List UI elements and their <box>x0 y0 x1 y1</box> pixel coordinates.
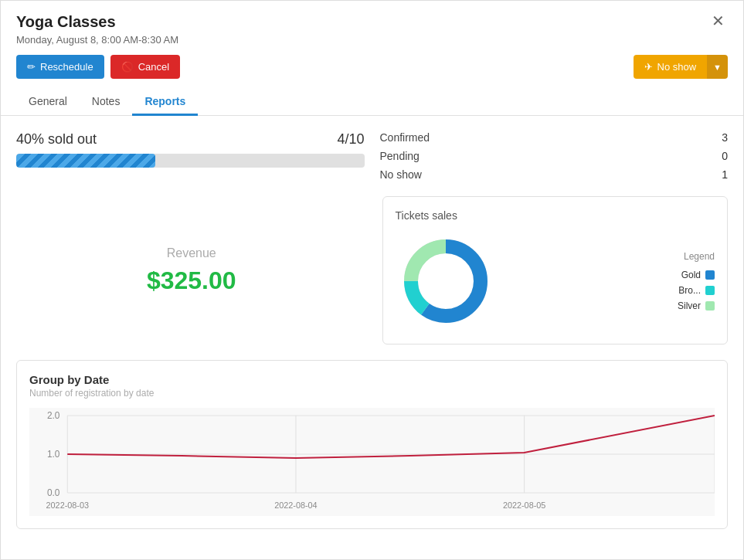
revenue-label: Revenue <box>167 246 216 260</box>
legend-item-silver: Silver <box>678 300 715 311</box>
pending-label: Pending <box>380 150 420 162</box>
line-chart-container: 2.0 1.0 0.0 2022-08-03 2022-08-04 2022-0… <box>29 408 715 516</box>
stat-noshow: No show 1 <box>380 168 729 181</box>
cancel-label: Cancel <box>138 61 169 73</box>
legend-label-bro: Bro... <box>678 285 701 296</box>
noshow-caret-button[interactable]: ▼ <box>707 55 728 79</box>
middle-row: Revenue $325.00 Tickets sales <box>16 196 728 344</box>
tabs: General Notes Reports <box>16 88 728 115</box>
line-chart-svg: 2.0 1.0 0.0 2022-08-03 2022-08-04 2022-0… <box>29 408 715 516</box>
right-stats: Confirmed 3 Pending 0 No show 1 <box>380 131 729 181</box>
svg-rect-4 <box>29 408 715 516</box>
stat-pending: Pending 0 <box>380 150 729 162</box>
close-button[interactable]: ✕ <box>708 13 728 29</box>
noshow-icon: ✈ <box>644 61 653 73</box>
tab-general[interactable]: General <box>16 89 80 116</box>
noshow-button[interactable]: ✈ No show <box>634 55 708 79</box>
noshow-stat-label: No show <box>380 168 422 181</box>
revenue-section: Revenue $325.00 <box>16 196 367 344</box>
legend-dot-bro <box>705 286 715 295</box>
chart-subtitle: Number of registration by date <box>29 388 715 399</box>
legend-label-gold: Gold <box>681 270 701 280</box>
revenue-value: $325.00 <box>147 266 236 295</box>
noshow-stat-value: 1 <box>722 168 728 181</box>
left-actions: ✏ Reschedule 🚫 Cancel <box>16 55 180 79</box>
modal-title: Yoga Classes <box>16 13 116 31</box>
modal-header: Yoga Classes ✕ Monday, August 8, 8:00 AM… <box>1 1 743 116</box>
stat-confirmed: Confirmed 3 <box>380 131 729 144</box>
confirmed-label: Confirmed <box>380 131 430 144</box>
svg-text:2.0: 2.0 <box>47 410 60 421</box>
svg-text:2022-08-03: 2022-08-03 <box>46 501 89 510</box>
svg-text:0.0: 0.0 <box>47 487 60 498</box>
sold-out-label: 40% sold out 4/10 <box>16 131 365 148</box>
sold-out-section: 40% sold out 4/10 <box>16 131 365 181</box>
reschedule-label: Reschedule <box>40 61 93 73</box>
svg-text:2022-08-05: 2022-08-05 <box>503 501 545 510</box>
noshow-label: No show <box>657 61 697 73</box>
legend-title: Legend <box>678 251 715 262</box>
progress-bar-container <box>16 154 365 168</box>
donut-svg <box>396 231 496 331</box>
donut-chart <box>396 231 496 331</box>
legend-item-bro: Bro... <box>678 285 715 296</box>
svg-text:2022-08-04: 2022-08-04 <box>274 501 317 510</box>
sold-out-fraction: 4/10 <box>337 131 364 148</box>
noshow-button-group: ✈ No show ▼ <box>634 55 728 79</box>
legend-label-silver: Silver <box>678 300 701 311</box>
cancel-icon: 🚫 <box>121 61 134 73</box>
reschedule-button[interactable]: ✏ Reschedule <box>16 55 104 79</box>
tab-reports[interactable]: Reports <box>132 89 198 116</box>
pending-value: 0 <box>722 150 728 162</box>
tickets-content: Legend Gold Bro... Silver <box>396 231 715 331</box>
cancel-button[interactable]: 🚫 Cancel <box>110 55 180 79</box>
tickets-card: Tickets sales <box>382 196 729 344</box>
title-row: Yoga Classes ✕ <box>16 13 728 31</box>
svg-text:1.0: 1.0 <box>47 449 60 460</box>
chart-section: Group by Date Number of registration by … <box>16 360 728 529</box>
legend-dot-gold <box>705 270 715 280</box>
modal-subtitle: Monday, August 8, 8:00 AM-8:30 AM <box>16 34 728 46</box>
stats-row: 40% sold out 4/10 Confirmed 3 Pending 0 … <box>16 131 728 181</box>
progress-bar-fill <box>16 154 155 168</box>
legend-item-gold: Gold <box>678 270 715 280</box>
confirmed-value: 3 <box>722 131 728 144</box>
chart-title: Group by Date <box>29 373 715 386</box>
tab-notes[interactable]: Notes <box>80 89 133 116</box>
modal-container: Yoga Classes ✕ Monday, August 8, 8:00 AM… <box>0 0 744 560</box>
action-row: ✏ Reschedule 🚫 Cancel ✈ No show ▼ <box>16 55 728 79</box>
tickets-title: Tickets sales <box>396 209 715 222</box>
legend: Legend Gold Bro... Silver <box>678 251 715 311</box>
reschedule-icon: ✏ <box>27 61 36 73</box>
legend-dot-silver <box>705 301 715 311</box>
modal-body: 40% sold out 4/10 Confirmed 3 Pending 0 … <box>1 116 743 545</box>
